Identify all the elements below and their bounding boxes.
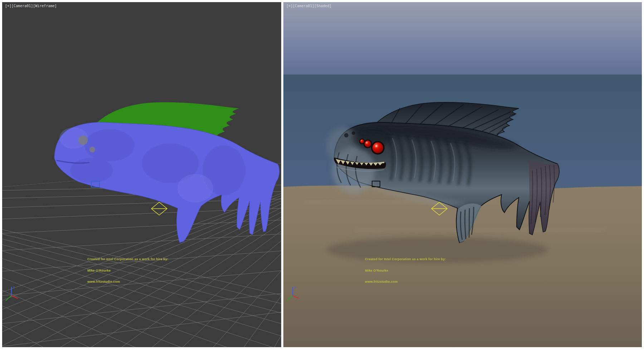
watermark-line2: Mike O'Rourke [87, 269, 168, 273]
viewport-area: [+][Camera01][Wireframe] [0, 0, 644, 350]
viewport-label-shaded[interactable]: [+][Camera01][Shaded] [286, 4, 331, 8]
eye-medium [365, 141, 371, 147]
watermark-line1: Created for Intel Corporation as a work … [365, 257, 446, 261]
watermark-line3: www.fritzstudio.com [87, 280, 168, 284]
shaded-canvas[interactable]: z [283, 2, 642, 347]
eye-small [360, 140, 364, 144]
eye-large [372, 142, 383, 153]
viewport-shaded[interactable]: [+][Camera01][Shaded] [283, 2, 642, 347]
watermark-line1: Created for Intel Corporation as a work … [87, 257, 168, 261]
axis-z-label: z [294, 286, 296, 289]
sky-background [283, 2, 642, 75]
wireframe-canvas[interactable]: z [2, 2, 281, 347]
viewport-wireframe[interactable]: [+][Camera01][Wireframe] [2, 2, 281, 347]
watermark-line3: www.fritzstudio.com [365, 280, 446, 284]
watermark-text: Created for Intel Corporation as a work … [365, 250, 446, 291]
axis-z-label: z [13, 286, 15, 289]
watermark-line2: Mike O'Rourke [365, 269, 446, 273]
viewport-label-wireframe[interactable]: [+][Camera01][Wireframe] [5, 4, 57, 8]
watermark-text: Created for Intel Corporation as a work … [87, 250, 168, 291]
